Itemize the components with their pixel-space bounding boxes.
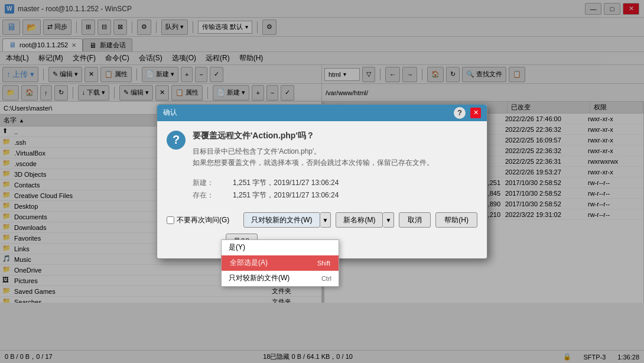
- dialog-info-grid: 新建： 1,251 字节，2019/11/27 13:06:24 存在： 1,2…: [167, 178, 477, 200]
- dialog-main-text: 要覆盖远程文件'Action.php'吗？: [193, 131, 434, 141]
- dialog-header: ? 要覆盖远程文件'Action.php'吗？ 目标目录中已经包含了文件'Act…: [167, 131, 477, 168]
- main-action-group: 只对较新的文件(W) ▼: [243, 212, 331, 228]
- rename-button[interactable]: 新名称(M): [336, 212, 383, 228]
- dialog-sub-text-1: 目标目录中已经包含了文件'Action.php'。: [193, 146, 434, 157]
- dialog-help-icon[interactable]: ?: [454, 107, 466, 119]
- overwrite-dropdown-menu: 是(Y) 全部选是(A) Shift 只对较新的文件(W) Ctrl: [221, 239, 339, 287]
- confirm-dialog: 确认 ? ✕ ? 要覆盖远程文件'Action.php'吗？ 目标目录中已经包含…: [157, 104, 487, 259]
- no-ask-label: 不要再次询问(G): [177, 215, 229, 225]
- dialog-buttons: 不要再次询问(G) 只对较新的文件(W) ▼ 新名称(M): [167, 208, 477, 230]
- exist-label: 存在：: [193, 190, 228, 200]
- dialog-titlebar: 确认 ? ✕: [157, 105, 487, 121]
- dialog-title-text: 确认: [163, 108, 177, 118]
- help-button[interactable]: 帮助(H): [435, 212, 477, 228]
- dialog-body: ? 要覆盖远程文件'Action.php'吗？ 目标目录中已经包含了文件'Act…: [157, 121, 487, 258]
- new-value: 1,251 字节，2019/11/27 13:06:24: [233, 178, 477, 188]
- no-ask-checkbox[interactable]: [167, 216, 174, 224]
- dropdown-item-yes-all[interactable]: 全部选是(A) Shift: [222, 255, 339, 271]
- main-action-button[interactable]: 只对较新的文件(W): [243, 212, 320, 228]
- dialog-overlay: 确认 ? ✕ ? 要覆盖远程文件'Action.php'吗？ 目标目录中已经包含…: [0, 0, 644, 363]
- rename-dropdown[interactable]: ▼: [383, 212, 394, 228]
- exist-value: 1,251 字节，2019/11/27 13:06:24: [233, 190, 477, 200]
- dialog-sub-text-2: 如果您想要覆盖文件，就选择本项，否则会跳过本次传输，保留已存在文件。: [193, 157, 434, 168]
- main-action-dropdown[interactable]: ▼: [320, 212, 331, 228]
- dropdown-item-yes[interactable]: 是(Y): [222, 240, 339, 255]
- cancel-button[interactable]: 取消: [399, 212, 431, 228]
- dialog-content: 要覆盖远程文件'Action.php'吗？ 目标目录中已经包含了文件'Actio…: [193, 131, 434, 168]
- new-label: 新建：: [193, 178, 228, 188]
- no-ask-again-check[interactable]: 不要再次询问(G): [167, 215, 239, 225]
- dialog-question-icon: ?: [167, 131, 186, 150]
- dropdown-item-newer-only[interactable]: 只对较新的文件(W) Ctrl: [222, 271, 339, 286]
- dialog-close-button[interactable]: ✕: [470, 108, 481, 118]
- rename-group: 新名称(M) ▼: [336, 212, 394, 228]
